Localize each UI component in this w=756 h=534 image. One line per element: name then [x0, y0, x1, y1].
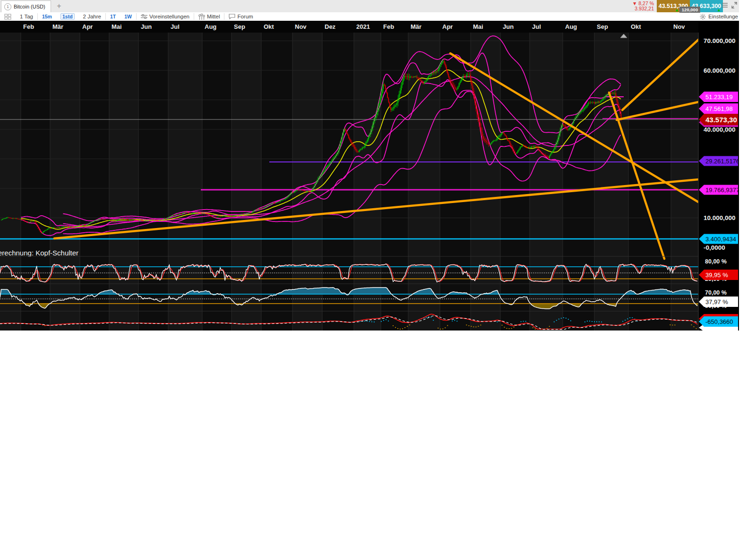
candle-body: [101, 219, 102, 220]
candle-body: [349, 138, 350, 140]
candle-body: [470, 75, 471, 81]
candle-body: [323, 171, 324, 173]
candle-body: [328, 165, 329, 166]
price-axis-label: 10.000,000: [704, 214, 736, 221]
candle-body: [381, 93, 382, 99]
candle-body: [264, 207, 265, 208]
layout-grid-button[interactable]: [0, 12, 16, 21]
candle-body: [442, 61, 443, 63]
candle-body: [190, 213, 191, 213]
candle-body: [202, 213, 203, 214]
candle-body: [34, 221, 34, 221]
candle-body: [400, 91, 401, 94]
time-axis-label: Aug: [565, 23, 577, 30]
macd-histogram-dash: [502, 325, 503, 326]
macd-histogram-dash: [568, 319, 569, 320]
candle-body: [304, 191, 305, 191]
bid-up-arrow-icon: ▲: [675, 8, 679, 12]
presets-button[interactable]: Voreinstellungen: [137, 12, 194, 21]
candle-body: [287, 197, 288, 198]
macd-histogram-dash: [563, 317, 564, 318]
macd-histogram-dash: [404, 327, 405, 328]
macd-value-tag-label: -650,3660: [705, 318, 733, 325]
candle-body: [273, 203, 274, 203]
expand-icon[interactable]: [731, 2, 737, 8]
indicators-button[interactable]: Mittel: [194, 12, 224, 21]
candle-body: [352, 144, 353, 145]
price-chart[interactable]: FebMärAprMaiJunJulAugSepOktNovDez2021Feb…: [0, 21, 739, 331]
macd-histogram-dash: [442, 329, 443, 330]
pattern-label: erechnung: Kopf-Schulter: [0, 249, 78, 257]
time-axis-label: Dez: [325, 23, 336, 30]
timeframe-1w[interactable]: 1W: [120, 12, 136, 21]
candle-body: [389, 102, 390, 107]
interval-select[interactable]: 1 Tag: [16, 12, 37, 21]
timeframe-1t[interactable]: 1T: [106, 12, 120, 21]
candle-body: [180, 214, 181, 214]
candle-body: [479, 118, 480, 122]
candle-body: [598, 102, 599, 103]
candle-body: [105, 220, 106, 220]
candle-body: [207, 214, 208, 214]
macd-histogram-dash: [589, 321, 590, 322]
menu-icon[interactable]: [722, 2, 728, 8]
macd-histogram-dash: [360, 321, 361, 322]
time-axis-label: Mär: [411, 23, 421, 30]
settings-button[interactable]: Einstellunge: [700, 14, 739, 20]
candle-body: [414, 76, 415, 77]
chart-panel[interactable]: FebMärAprMaiJunJulAugSepOktNovDez2021Feb…: [0, 21, 739, 331]
candle-body: [256, 210, 257, 210]
candle-body: [431, 73, 432, 75]
macd-histogram-dash: [696, 328, 696, 329]
macd-histogram-dash: [592, 321, 593, 322]
time-axis-label: Mai: [112, 23, 122, 30]
candle-body: [200, 213, 201, 213]
candle-body: [38, 226, 39, 229]
candle-body: [252, 212, 253, 212]
candle-body: [14, 218, 15, 219]
candle-body: [107, 220, 108, 220]
candle-body: [394, 107, 395, 108]
candle-body: [209, 215, 210, 215]
candle-body: [188, 212, 189, 213]
macd-histogram-dash: [629, 317, 630, 318]
macd-histogram-dash: [473, 327, 474, 328]
candle-body: [270, 204, 271, 205]
candle-body: [401, 85, 402, 91]
candle-body: [404, 76, 405, 77]
new-tab-button[interactable]: +: [54, 0, 64, 12]
range-select[interactable]: 2 Jahre: [79, 12, 105, 21]
indicator-icon: [198, 14, 205, 20]
candle-body: [391, 109, 392, 110]
candle-body: [336, 153, 337, 155]
time-axis-label: Apr: [82, 23, 93, 30]
candle-body: [56, 228, 57, 228]
candle-body: [589, 102, 590, 103]
macd-histogram-dash: [672, 325, 673, 326]
candle-body: [375, 118, 376, 121]
instrument-tab[interactable]: 1 Bitcoin (USD): [1, 0, 51, 12]
candle-body: [275, 203, 275, 203]
macd-histogram-dash: [521, 322, 522, 322]
candle-body: [509, 141, 510, 143]
candle-body: [524, 146, 525, 146]
candle-body: [20, 219, 21, 220]
candle-body: [224, 215, 225, 216]
candle-body: [366, 142, 367, 143]
candle-body: [97, 220, 98, 220]
candle-body: [124, 219, 125, 220]
forum-button[interactable]: Forum: [224, 12, 257, 21]
macd-histogram-dash: [587, 321, 588, 322]
candle-body: [468, 75, 469, 75]
macd-histogram-dash: [466, 325, 467, 326]
macd-histogram-dash: [570, 321, 571, 322]
candle-body: [198, 212, 198, 213]
candle-body: [576, 116, 577, 117]
candle-body: [158, 220, 159, 221]
speech-bubble-icon: [229, 14, 235, 19]
timeframe-15m[interactable]: 15m: [38, 12, 56, 21]
candle-body: [45, 230, 46, 230]
candle-body: [104, 220, 105, 220]
candle-body: [460, 82, 461, 84]
timeframe-1std[interactable]: 1std: [60, 13, 75, 20]
